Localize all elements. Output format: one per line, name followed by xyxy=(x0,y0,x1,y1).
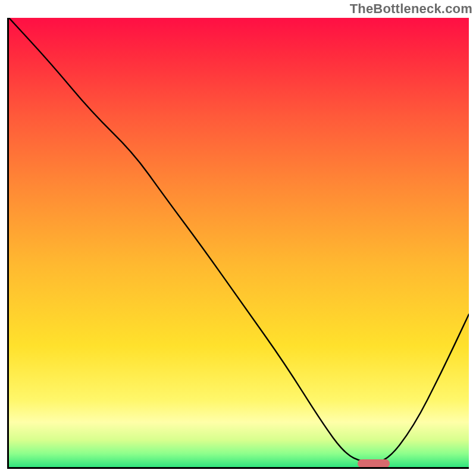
bottleneck-curve xyxy=(9,18,469,467)
optimal-marker xyxy=(358,459,390,468)
watermark-text: TheBottleneck.com xyxy=(350,1,472,17)
plot-area xyxy=(7,18,469,469)
chart-container: TheBottleneck.com xyxy=(0,0,476,476)
